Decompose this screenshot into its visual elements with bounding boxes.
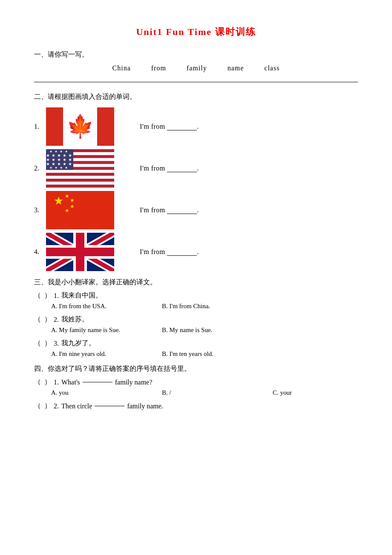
flag-item-2: 2. ★★★★★ ★★★★★ ★★★★★ ★★★★ ★★★★ xyxy=(34,149,358,188)
flag-number-4: 4. xyxy=(34,248,46,256)
blank-s4q1[interactable] xyxy=(83,382,112,382)
flag-item-1: 1. 🍁 I'm from . xyxy=(34,107,358,146)
word-china: China xyxy=(112,64,131,72)
flag-item-4: 4. I'm from . xyxy=(34,233,358,271)
svg-rect-31 xyxy=(46,248,114,256)
s4q1-text-after: family name? xyxy=(115,379,153,386)
flag-item-3: 3. ★ ★ ★ ★ ★ I'm from . xyxy=(34,191,358,229)
q1-chinese: 我来自中国。 xyxy=(61,291,102,300)
svg-text:★★★★★: ★★★★★ xyxy=(46,153,74,158)
sentence-1: I'm from . xyxy=(140,123,199,130)
sentence-3: I'm from . xyxy=(140,206,199,214)
s4q2-text-before: Then circle xyxy=(61,402,92,410)
q2-optionB: B. My name is Sue. xyxy=(162,327,256,334)
blank-3[interactable] xyxy=(167,214,197,214)
word-row: China from family name class xyxy=(34,64,358,72)
bracket-q1: （ ） xyxy=(34,291,51,300)
blank-2[interactable] xyxy=(167,172,197,172)
section1: 一、请你写一写。 China from family name class xyxy=(34,50,358,82)
q1-line: （ ） 1. 我来自中国。 xyxy=(34,291,358,300)
q2-number: 2. xyxy=(54,316,59,324)
writing-line xyxy=(34,75,358,82)
uk-flag xyxy=(46,233,114,271)
s4q1-answers: A. you B. / C. your xyxy=(34,389,358,396)
svg-rect-10 xyxy=(46,182,114,185)
bracket-q3: （ ） xyxy=(34,339,51,348)
q3-optionA: A. I'm nine years old. xyxy=(51,350,145,358)
word-class: class xyxy=(264,64,280,72)
bracket-s4q2: （ ） xyxy=(34,402,51,410)
q2-line: （ ） 2. 我姓苏。 xyxy=(34,315,358,324)
svg-rect-0 xyxy=(46,107,63,146)
svg-text:★★★★: ★★★★ xyxy=(49,166,70,170)
q3-line: （ ） 3. 我九岁了。 xyxy=(34,339,358,348)
section4-q2: （ ） 2. Then circle family name. xyxy=(34,402,358,410)
flag-number-2: 2. xyxy=(34,165,46,172)
q2-answers: A. My family name is Sue. B. My name is … xyxy=(34,327,358,334)
section2: 二、请根据图画填入合适的单词。 1. 🍁 I'm from . 2. xyxy=(34,92,358,271)
bracket-s4q1: （ ） xyxy=(34,378,51,387)
q1-answers: A. I'm from the USA. B. I'm from China. xyxy=(34,303,358,310)
q1-number: 1. xyxy=(54,292,59,300)
section2-label: 二、请根据图画填入合适的单词。 xyxy=(34,92,358,101)
svg-text:★: ★ xyxy=(65,208,69,214)
section3-q3: （ ） 3. 我九岁了。 A. I'm nine years old. B. I… xyxy=(34,339,358,358)
section3: 三、我是小小翻译家。选择正确的译文。 （ ） 1. 我来自中国。 A. I'm … xyxy=(34,278,358,358)
svg-rect-9 xyxy=(46,176,114,179)
section4: 四、你选对了吗？请将正确答案的序号填在括号里。 （ ） 1. What's fa… xyxy=(34,364,358,410)
s4q2-line: （ ） 2. Then circle family name. xyxy=(34,402,358,410)
s4q1-optionA: A. you xyxy=(51,389,145,396)
section1-label: 一、请你写一写。 xyxy=(34,50,358,59)
q1-optionA: A. I'm from the USA. xyxy=(51,303,145,310)
q3-answers: A. I'm nine years old. B. I'm ten years … xyxy=(34,350,358,358)
svg-text:🍁: 🍁 xyxy=(66,113,94,139)
svg-text:★: ★ xyxy=(70,203,75,209)
section4-label: 四、你选对了吗？请将正确答案的序号填在括号里。 xyxy=(34,364,358,373)
sentence-4: I'm from . xyxy=(140,248,199,256)
sentence-2: I'm from . xyxy=(140,165,199,172)
q1-optionB: B. I'm from China. xyxy=(162,303,256,310)
china-flag: ★ ★ ★ ★ ★ xyxy=(46,191,114,229)
flag-number-1: 1. xyxy=(34,123,46,130)
blank-4[interactable] xyxy=(167,255,197,256)
s4q1-text-before: What's xyxy=(61,379,80,386)
q3-number: 3. xyxy=(54,340,59,347)
blank-s4q2[interactable] xyxy=(95,406,124,406)
svg-text:★★★★: ★★★★ xyxy=(49,150,70,153)
section4-q1: （ ） 1. What's family name? A. you B. / C… xyxy=(34,378,358,396)
title: Unit1 Fun Time 课时训练 xyxy=(34,26,358,38)
q2-optionA: A. My family name is Sue. xyxy=(51,327,145,334)
s4q1-optionB: B. / xyxy=(162,389,256,396)
q3-optionB: B. I'm ten years old. xyxy=(162,350,256,358)
svg-text:★: ★ xyxy=(54,195,63,207)
blank-1[interactable] xyxy=(167,130,197,130)
q3-chinese: 我九岁了。 xyxy=(61,339,95,348)
svg-rect-2 xyxy=(97,107,114,146)
svg-rect-8 xyxy=(46,170,114,173)
svg-text:★: ★ xyxy=(65,193,69,199)
word-family: family xyxy=(187,64,207,72)
usa-flag: ★★★★★ ★★★★★ ★★★★★ ★★★★ ★★★★ xyxy=(46,149,114,188)
s4q1-number: 1. xyxy=(54,379,59,386)
section3-q2: （ ） 2. 我姓苏。 A. My family name is Sue. B.… xyxy=(34,315,358,334)
canada-flag: 🍁 xyxy=(46,107,114,146)
s4q1-optionC: C. your xyxy=(273,389,366,396)
section3-label: 三、我是小小翻译家。选择正确的译文。 xyxy=(34,278,358,287)
s4q2-number: 2. xyxy=(54,402,59,410)
section3-q1: （ ） 1. 我来自中国。 A. I'm from the USA. B. I'… xyxy=(34,291,358,310)
s4q2-text-after: family name. xyxy=(127,402,163,410)
word-name: name xyxy=(228,64,244,72)
flag-number-3: 3. xyxy=(34,206,46,214)
bracket-q2: （ ） xyxy=(34,315,51,324)
s4q1-line: （ ） 1. What's family name? xyxy=(34,378,358,387)
word-from: from xyxy=(151,64,166,72)
q2-chinese: 我姓苏。 xyxy=(61,315,89,324)
svg-text:★: ★ xyxy=(70,197,75,203)
